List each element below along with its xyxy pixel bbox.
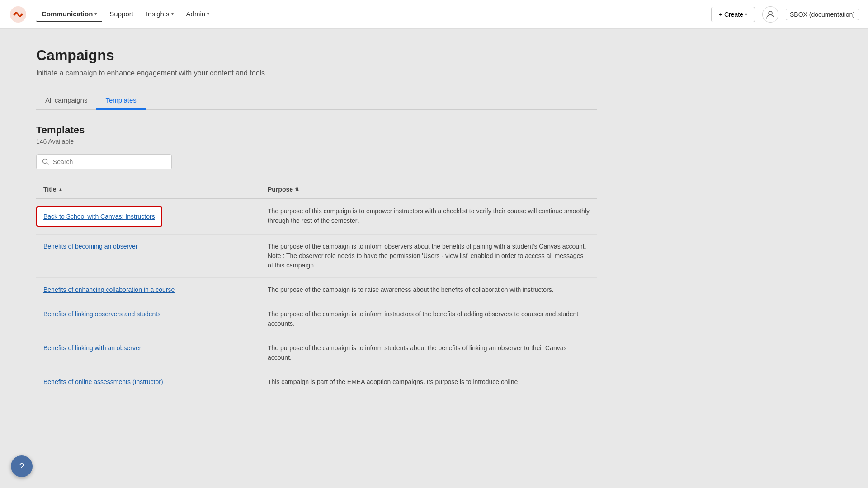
- table-row: Back to School with Canvas: InstructorsT…: [36, 199, 597, 235]
- account-label[interactable]: SBOX (documentation): [786, 9, 859, 20]
- page-subtitle: Initiate a campaign to enhance engagemen…: [36, 69, 597, 77]
- template-purpose-cell: This campaign is part of the EMEA adopti…: [260, 370, 597, 394]
- template-title-cell: Back to School with Canvas: Instructors: [36, 199, 260, 235]
- table-row: Benefits of becoming an observerThe purp…: [36, 235, 597, 278]
- page-title: Campaigns: [36, 47, 597, 64]
- templates-section: Templates 146 Available Title ▲: [36, 124, 597, 394]
- table-row: Benefits of linking observers and studen…: [36, 302, 597, 336]
- chevron-down-icon: ▾: [94, 11, 97, 16]
- app-logo[interactable]: [9, 5, 27, 23]
- template-title-link[interactable]: Benefits of becoming an observer: [43, 243, 138, 250]
- sort-purpose[interactable]: Purpose ⇅: [268, 186, 299, 193]
- template-title-cell: Benefits of becoming an observer: [36, 235, 260, 278]
- table-row: Benefits of linking with an observerThe …: [36, 336, 597, 370]
- chevron-down-icon: ▾: [171, 11, 174, 16]
- svg-line-5: [47, 163, 49, 165]
- search-input[interactable]: [53, 158, 166, 165]
- template-title-link[interactable]: Back to School with Canvas: Instructors: [43, 213, 155, 220]
- column-title: Title ▲: [36, 180, 260, 199]
- template-title-link[interactable]: Benefits of linking observers and studen…: [43, 310, 160, 318]
- template-purpose-cell: The purpose of this campaign is to empow…: [260, 199, 597, 235]
- search-box: [36, 154, 172, 169]
- svg-point-3: [769, 11, 772, 15]
- search-icon: [42, 158, 49, 165]
- template-title-cell: Benefits of enhancing collaboration in a…: [36, 278, 260, 302]
- top-navigation: Communication ▾ Support Insights ▾ Admin…: [0, 0, 868, 29]
- template-title-link[interactable]: Benefits of enhancing collaboration in a…: [43, 286, 175, 293]
- column-purpose: Purpose ⇅: [260, 180, 597, 199]
- create-button[interactable]: + Create ▾: [711, 7, 755, 22]
- table-row: Benefits of enhancing collaboration in a…: [36, 278, 597, 302]
- sort-title[interactable]: Title ▲: [43, 186, 63, 193]
- nav-right: + Create ▾ SBOX (documentation): [711, 6, 859, 23]
- template-purpose-cell: The purpose of the campaign is to inform…: [260, 235, 597, 278]
- template-purpose-cell: The purpose of the campaign is to inform…: [260, 336, 597, 370]
- template-title-cell: Benefits of linking with an observer: [36, 336, 260, 370]
- table-header-row: Title ▲ Purpose ⇅: [36, 180, 597, 199]
- template-title-cell: Benefits of linking observers and studen…: [36, 302, 260, 336]
- sort-asc-icon: ▲: [58, 187, 63, 192]
- nav-items: Communication ▾ Support Insights ▾ Admin…: [36, 6, 711, 22]
- template-title-cell: Benefits of online assessments (Instruct…: [36, 370, 260, 394]
- chevron-down-icon: ▾: [745, 12, 747, 17]
- tab-templates[interactable]: Templates: [96, 92, 145, 110]
- nav-insights[interactable]: Insights ▾: [141, 6, 179, 22]
- templates-title: Templates: [36, 124, 597, 136]
- nav-support[interactable]: Support: [104, 6, 139, 22]
- nav-admin[interactable]: Admin ▾: [181, 6, 215, 22]
- table-row: Benefits of online assessments (Instruct…: [36, 370, 597, 394]
- template-title-link[interactable]: Benefits of linking with an observer: [43, 344, 141, 352]
- templates-table: Title ▲ Purpose ⇅ Back to School with Ca…: [36, 180, 597, 394]
- tabs: All campaigns Templates: [36, 92, 597, 110]
- sort-both-icon: ⇅: [295, 187, 299, 192]
- main-content: Campaigns Initiate a campaign to enhance…: [0, 29, 633, 413]
- tab-all-campaigns[interactable]: All campaigns: [36, 92, 96, 110]
- template-purpose-cell: The purpose of the campaign is to inform…: [260, 302, 597, 336]
- template-purpose-cell: The purpose of the campaign is to raise …: [260, 278, 597, 302]
- chevron-down-icon: ▾: [207, 11, 209, 16]
- nav-communication[interactable]: Communication ▾: [36, 6, 102, 22]
- svg-point-1: [14, 13, 16, 15]
- template-title-link[interactable]: Benefits of online assessments (Instruct…: [43, 378, 163, 385]
- user-profile-button[interactable]: [762, 6, 778, 23]
- templates-count: 146 Available: [36, 138, 597, 145]
- svg-point-2: [21, 13, 23, 15]
